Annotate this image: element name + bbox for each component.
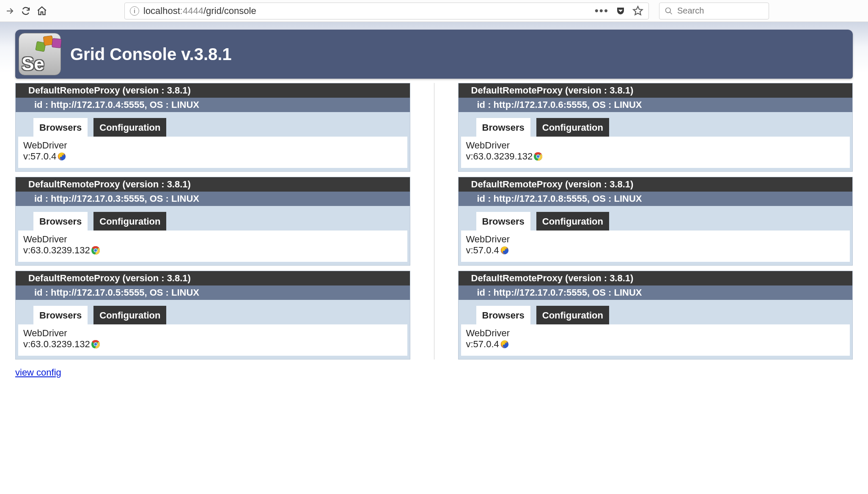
node-content: WebDriverv:63.0.3239.132: [461, 137, 850, 168]
node-tabs: BrowsersConfiguration: [16, 112, 410, 137]
right-column: DefaultRemoteProxy (version : 3.8.1)id :…: [458, 83, 853, 360]
webdriver-label: WebDriver: [23, 234, 402, 245]
pocket-icon[interactable]: [615, 6, 626, 16]
node-tabs: BrowsersConfiguration: [459, 206, 853, 231]
node-title: DefaultRemoteProxy (version : 3.8.1): [16, 271, 410, 285]
webdriver-label: WebDriver: [23, 328, 402, 339]
search-input[interactable]: [677, 6, 764, 16]
svg-point-7: [94, 343, 97, 346]
svg-point-4: [94, 249, 97, 252]
chrome-icon: [91, 340, 100, 349]
webdriver-label: WebDriver: [466, 140, 845, 151]
tab-browsers[interactable]: Browsers: [476, 306, 530, 324]
node-panel: DefaultRemoteProxy (version : 3.8.1)id :…: [458, 177, 853, 266]
home-button[interactable]: [36, 5, 47, 16]
tab-configuration[interactable]: Configuration: [536, 306, 609, 324]
browser-version: v:57.0.4: [23, 151, 402, 162]
bookmark-star-icon[interactable]: [632, 5, 643, 16]
node-subtitle: id : http://172.17.0.8:5555, OS : LINUX: [459, 192, 853, 206]
tab-configuration[interactable]: Configuration: [93, 306, 166, 324]
firefox-icon: [57, 152, 66, 161]
node-subtitle: id : http://172.17.0.3:5555, OS : LINUX: [16, 192, 410, 206]
view-config-link[interactable]: view config: [15, 367, 61, 378]
browser-version: v:63.0.3239.132: [23, 245, 402, 256]
browser-version: v:63.0.3239.132: [466, 151, 845, 162]
node-content: WebDriverv:63.0.3239.132: [18, 324, 407, 356]
svg-point-10: [537, 155, 540, 158]
search-box[interactable]: [659, 3, 769, 19]
node-title: DefaultRemoteProxy (version : 3.8.1): [16, 177, 410, 192]
page-header: Se Grid Console v.3.8.1: [15, 30, 853, 79]
node-content: WebDriverv:57.0.4: [461, 324, 850, 356]
firefox-icon: [500, 340, 509, 349]
node-tabs: BrowsersConfiguration: [459, 300, 853, 324]
browser-toolbar: i localhost:4444/grid/console •••: [0, 0, 868, 22]
tab-browsers[interactable]: Browsers: [476, 118, 530, 137]
chrome-icon: [91, 246, 100, 255]
left-column: DefaultRemoteProxy (version : 3.8.1)id :…: [15, 83, 410, 360]
node-panel: DefaultRemoteProxy (version : 3.8.1)id :…: [15, 271, 410, 360]
tab-configuration[interactable]: Configuration: [536, 212, 609, 231]
page-content: Se Grid Console v.3.8.1 DefaultRemotePro…: [0, 22, 868, 378]
node-content: WebDriverv:63.0.3239.132: [18, 231, 407, 262]
node-subtitle: id : http://172.17.0.4:5555, OS : LINUX: [16, 98, 410, 112]
more-icon[interactable]: •••: [595, 4, 609, 17]
address-bar[interactable]: i localhost:4444/grid/console •••: [124, 3, 649, 19]
node-panel: DefaultRemoteProxy (version : 3.8.1)id :…: [458, 271, 853, 360]
svg-point-0: [666, 8, 671, 13]
url-port: :4444: [180, 5, 203, 16]
page-title: Grid Console v.3.8.1: [70, 45, 232, 64]
selenium-logo: Se: [19, 33, 61, 75]
tab-browsers[interactable]: Browsers: [33, 306, 88, 324]
reload-button[interactable]: [20, 5, 31, 16]
site-info-icon[interactable]: i: [130, 6, 139, 16]
search-icon: [665, 7, 673, 15]
node-title: DefaultRemoteProxy (version : 3.8.1): [16, 83, 410, 98]
tab-configuration[interactable]: Configuration: [93, 118, 166, 137]
node-content: WebDriverv:57.0.4: [18, 137, 407, 168]
node-title: DefaultRemoteProxy (version : 3.8.1): [459, 83, 853, 98]
node-tabs: BrowsersConfiguration: [16, 206, 410, 231]
tab-browsers[interactable]: Browsers: [33, 118, 88, 137]
url-path: /grid/console: [203, 5, 256, 16]
url-host: localhost: [143, 5, 180, 16]
browser-version: v:57.0.4: [466, 339, 845, 350]
nodes-grid: DefaultRemoteProxy (version : 3.8.1)id :…: [0, 83, 868, 360]
tab-browsers[interactable]: Browsers: [476, 212, 530, 231]
node-panel: DefaultRemoteProxy (version : 3.8.1)id :…: [15, 83, 410, 172]
forward-button[interactable]: [4, 5, 15, 16]
tab-configuration[interactable]: Configuration: [536, 118, 609, 137]
node-subtitle: id : http://172.17.0.7:5555, OS : LINUX: [459, 285, 853, 300]
node-panel: DefaultRemoteProxy (version : 3.8.1)id :…: [458, 83, 853, 172]
browser-version: v:63.0.3239.132: [23, 339, 402, 350]
column-separator: [434, 83, 434, 360]
tab-browsers[interactable]: Browsers: [33, 212, 88, 231]
node-panel: DefaultRemoteProxy (version : 3.8.1)id :…: [15, 177, 410, 266]
node-content: WebDriverv:57.0.4: [461, 231, 850, 262]
browser-version: v:57.0.4: [466, 245, 845, 256]
webdriver-label: WebDriver: [466, 234, 845, 245]
node-title: DefaultRemoteProxy (version : 3.8.1): [459, 177, 853, 192]
logo-text: Se: [22, 55, 44, 73]
node-subtitle: id : http://172.17.0.6:5555, OS : LINUX: [459, 98, 853, 112]
node-title: DefaultRemoteProxy (version : 3.8.1): [459, 271, 853, 285]
firefox-icon: [500, 246, 509, 255]
tab-configuration[interactable]: Configuration: [93, 212, 166, 231]
node-tabs: BrowsersConfiguration: [16, 300, 410, 324]
webdriver-label: WebDriver: [466, 328, 845, 339]
chrome-icon: [533, 152, 543, 161]
webdriver-label: WebDriver: [23, 140, 402, 151]
url-display: localhost:4444/grid/console: [143, 5, 256, 16]
node-subtitle: id : http://172.17.0.5:5555, OS : LINUX: [16, 285, 410, 300]
node-tabs: BrowsersConfiguration: [459, 112, 853, 137]
